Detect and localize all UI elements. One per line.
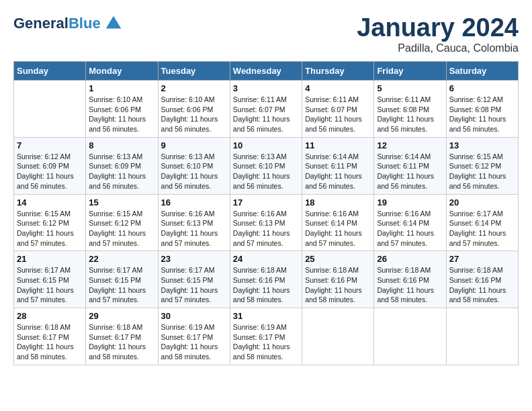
day-info: Sunrise: 6:15 AMSunset: 6:12 PMDaylight:… <box>17 209 83 248</box>
day-info: Sunrise: 6:17 AMSunset: 6:14 PMDaylight:… <box>449 209 515 248</box>
day-info: Sunrise: 6:16 AMSunset: 6:14 PMDaylight:… <box>305 209 371 248</box>
calendar-day-cell: 6Sunrise: 6:12 AMSunset: 6:08 PMDaylight… <box>446 81 518 138</box>
day-number: 20 <box>449 197 515 208</box>
day-number: 31 <box>233 311 299 321</box>
calendar-day-cell: 29Sunrise: 6:18 AMSunset: 6:17 PMDayligh… <box>86 308 158 365</box>
day-info: Sunrise: 6:16 AMSunset: 6:13 PMDaylight:… <box>161 209 227 248</box>
weekday-header-row: SundayMondayTuesdayWednesdayThursdayFrid… <box>14 62 519 81</box>
day-number: 23 <box>161 254 227 264</box>
calendar-day-cell: 17Sunrise: 6:16 AMSunset: 6:13 PMDayligh… <box>230 194 302 251</box>
calendar-body: 1Sunrise: 6:10 AMSunset: 6:06 PMDaylight… <box>14 81 519 365</box>
calendar-day-cell: 26Sunrise: 6:18 AMSunset: 6:16 PMDayligh… <box>374 251 446 308</box>
calendar-week-row: 7Sunrise: 6:12 AMSunset: 6:09 PMDaylight… <box>14 137 519 194</box>
day-number: 28 <box>17 311 83 321</box>
calendar-day-cell <box>302 308 374 365</box>
day-number: 22 <box>89 254 154 264</box>
day-info: Sunrise: 6:16 AMSunset: 6:14 PMDaylight:… <box>377 209 443 248</box>
calendar-title: January 2024 <box>357 13 519 42</box>
day-number: 24 <box>233 254 299 264</box>
calendar-day-cell: 7Sunrise: 6:12 AMSunset: 6:09 PMDaylight… <box>14 137 86 194</box>
calendar-week-row: 14Sunrise: 6:15 AMSunset: 6:12 PMDayligh… <box>14 194 519 251</box>
day-number: 16 <box>161 197 227 208</box>
day-info: Sunrise: 6:13 AMSunset: 6:10 PMDaylight:… <box>161 152 227 191</box>
day-info: Sunrise: 6:18 AMSunset: 6:17 PMDaylight:… <box>17 322 83 362</box>
day-number: 29 <box>89 311 154 321</box>
weekday-header-cell: Friday <box>374 62 446 81</box>
day-info: Sunrise: 6:18 AMSunset: 6:17 PMDaylight:… <box>89 322 154 362</box>
calendar-day-cell <box>374 308 446 365</box>
calendar-day-cell: 16Sunrise: 6:16 AMSunset: 6:13 PMDayligh… <box>158 194 230 251</box>
calendar-day-cell: 19Sunrise: 6:16 AMSunset: 6:14 PMDayligh… <box>374 194 446 251</box>
calendar-day-cell: 24Sunrise: 6:18 AMSunset: 6:16 PMDayligh… <box>230 251 302 308</box>
day-info: Sunrise: 6:19 AMSunset: 6:17 PMDaylight:… <box>233 322 299 362</box>
day-info: Sunrise: 6:18 AMSunset: 6:16 PMDaylight:… <box>449 265 515 305</box>
calendar-day-cell: 31Sunrise: 6:19 AMSunset: 6:17 PMDayligh… <box>230 308 302 365</box>
day-number: 1 <box>89 83 154 93</box>
day-number: 6 <box>449 83 515 93</box>
day-number: 5 <box>377 83 443 93</box>
day-info: Sunrise: 6:15 AMSunset: 6:12 PMDaylight:… <box>89 209 154 248</box>
day-number: 17 <box>233 197 299 208</box>
calendar-day-cell: 11Sunrise: 6:14 AMSunset: 6:11 PMDayligh… <box>302 137 374 194</box>
calendar-table: SundayMondayTuesdayWednesdayThursdayFrid… <box>13 61 519 365</box>
calendar-day-cell: 20Sunrise: 6:17 AMSunset: 6:14 PMDayligh… <box>446 194 518 251</box>
calendar-day-cell: 23Sunrise: 6:17 AMSunset: 6:15 PMDayligh… <box>158 251 230 308</box>
calendar-day-cell: 18Sunrise: 6:16 AMSunset: 6:14 PMDayligh… <box>302 194 374 251</box>
day-info: Sunrise: 6:12 AMSunset: 6:08 PMDaylight:… <box>449 95 515 134</box>
day-info: Sunrise: 6:10 AMSunset: 6:06 PMDaylight:… <box>161 95 227 134</box>
weekday-header-cell: Monday <box>86 62 158 81</box>
calendar-day-cell: 2Sunrise: 6:10 AMSunset: 6:06 PMDaylight… <box>158 81 230 138</box>
day-info: Sunrise: 6:15 AMSunset: 6:12 PMDaylight:… <box>449 152 515 191</box>
calendar-week-row: 21Sunrise: 6:17 AMSunset: 6:15 PMDayligh… <box>14 251 519 308</box>
calendar-day-cell: 21Sunrise: 6:17 AMSunset: 6:15 PMDayligh… <box>14 251 86 308</box>
calendar-subtitle: Padilla, Cauca, Colombia <box>357 42 519 54</box>
calendar-day-cell: 1Sunrise: 6:10 AMSunset: 6:06 PMDaylight… <box>86 81 158 138</box>
day-number: 14 <box>17 197 83 208</box>
calendar-day-cell: 10Sunrise: 6:13 AMSunset: 6:10 PMDayligh… <box>230 137 302 194</box>
day-number: 30 <box>161 311 227 321</box>
day-number: 19 <box>377 197 443 208</box>
day-info: Sunrise: 6:10 AMSunset: 6:06 PMDaylight:… <box>89 95 154 134</box>
calendar-day-cell: 13Sunrise: 6:15 AMSunset: 6:12 PMDayligh… <box>446 137 518 194</box>
calendar-day-cell: 22Sunrise: 6:17 AMSunset: 6:15 PMDayligh… <box>86 251 158 308</box>
day-info: Sunrise: 6:18 AMSunset: 6:16 PMDaylight:… <box>377 265 443 305</box>
svg-marker-0 <box>105 16 121 29</box>
calendar-day-cell: 9Sunrise: 6:13 AMSunset: 6:10 PMDaylight… <box>158 137 230 194</box>
day-number: 21 <box>17 254 83 264</box>
day-number: 9 <box>161 140 227 150</box>
day-number: 15 <box>89 197 154 208</box>
day-info: Sunrise: 6:17 AMSunset: 6:15 PMDaylight:… <box>161 265 227 305</box>
day-info: Sunrise: 6:17 AMSunset: 6:15 PMDaylight:… <box>89 265 154 305</box>
calendar-day-cell: 30Sunrise: 6:19 AMSunset: 6:17 PMDayligh… <box>158 308 230 365</box>
day-info: Sunrise: 6:18 AMSunset: 6:16 PMDaylight:… <box>305 265 371 305</box>
calendar-day-cell <box>446 308 518 365</box>
day-number: 11 <box>305 140 371 150</box>
calendar-week-row: 1Sunrise: 6:10 AMSunset: 6:06 PMDaylight… <box>14 81 519 138</box>
day-number: 18 <box>305 197 371 208</box>
day-info: Sunrise: 6:17 AMSunset: 6:15 PMDaylight:… <box>17 265 83 305</box>
logo: GeneralBlue <box>13 13 124 34</box>
day-info: Sunrise: 6:19 AMSunset: 6:17 PMDaylight:… <box>161 322 227 362</box>
calendar-week-row: 28Sunrise: 6:18 AMSunset: 6:17 PMDayligh… <box>14 308 519 365</box>
day-info: Sunrise: 6:11 AMSunset: 6:07 PMDaylight:… <box>305 95 371 134</box>
day-number: 12 <box>377 140 443 150</box>
day-info: Sunrise: 6:13 AMSunset: 6:09 PMDaylight:… <box>89 152 154 191</box>
page-header: GeneralBlue January 2024 Padilla, Cauca,… <box>13 13 519 54</box>
day-info: Sunrise: 6:14 AMSunset: 6:11 PMDaylight:… <box>377 152 443 191</box>
day-number: 4 <box>305 83 371 93</box>
calendar-day-cell: 25Sunrise: 6:18 AMSunset: 6:16 PMDayligh… <box>302 251 374 308</box>
day-number: 7 <box>17 140 83 150</box>
weekday-header-cell: Tuesday <box>158 62 230 81</box>
weekday-header-cell: Wednesday <box>230 62 302 81</box>
day-number: 13 <box>449 140 515 150</box>
day-number: 3 <box>233 83 299 93</box>
calendar-day-cell <box>14 81 86 138</box>
weekday-header-cell: Sunday <box>14 62 86 81</box>
day-number: 27 <box>449 254 515 264</box>
day-number: 25 <box>305 254 371 264</box>
calendar-day-cell: 5Sunrise: 6:11 AMSunset: 6:08 PMDaylight… <box>374 81 446 138</box>
day-info: Sunrise: 6:18 AMSunset: 6:16 PMDaylight:… <box>233 265 299 305</box>
day-info: Sunrise: 6:14 AMSunset: 6:11 PMDaylight:… <box>305 152 371 191</box>
calendar-day-cell: 14Sunrise: 6:15 AMSunset: 6:12 PMDayligh… <box>14 194 86 251</box>
day-info: Sunrise: 6:16 AMSunset: 6:13 PMDaylight:… <box>233 209 299 248</box>
